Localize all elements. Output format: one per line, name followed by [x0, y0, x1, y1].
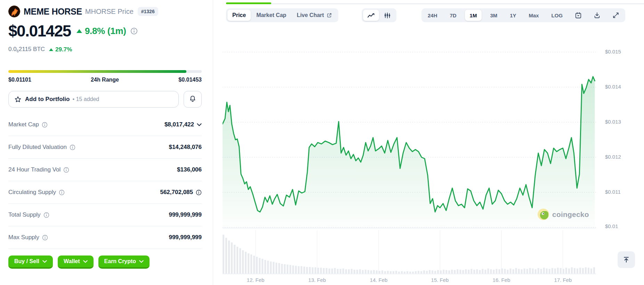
info-icon[interactable]: [63, 167, 69, 173]
add-to-portfolio-button[interactable]: Add to Portfolio • 15 added: [8, 91, 179, 108]
range-labels: $0.01101 24h Range $0.01453: [8, 77, 202, 83]
range-bar-track: [8, 70, 202, 73]
stats-table: Market Cap $8,017,422 Fully Diluted Valu…: [8, 114, 202, 249]
watermark-text: coingecko: [552, 210, 589, 219]
cta-row: Buy / Sell Wallet Earn Crypto: [8, 255, 202, 269]
portfolio-label: Add to Portfolio: [25, 96, 70, 103]
range-max[interactable]: Max: [524, 10, 543, 21]
stat-label: Market Cap: [8, 121, 39, 128]
coin-header: MEME HORSE MHORSE Price #1326: [8, 6, 202, 17]
y-axis-label: $0.011: [605, 189, 636, 195]
stat-row-volume: 24 Hour Trading Vol $136,006: [8, 159, 202, 181]
range-24h[interactable]: 24H: [424, 10, 442, 21]
stat-row-total-supply: Total Supply 999,999,999: [8, 204, 202, 226]
price-info-icon[interactable]: [130, 27, 138, 35]
external-link-icon: [327, 12, 332, 18]
range-1m[interactable]: 1M: [465, 10, 482, 21]
coin-logo: [8, 6, 20, 17]
y-axis-label: $0.012: [605, 154, 636, 160]
range-7d[interactable]: 7D: [445, 10, 460, 21]
up-arrow-icon: [49, 48, 53, 51]
y-axis-label: $0.014: [605, 84, 636, 90]
btc-price: 0.062115 BTC: [8, 46, 45, 53]
chart-type-toggle: [362, 8, 396, 22]
range-low: $0.01101: [8, 77, 31, 83]
info-icon[interactable]: [59, 190, 65, 195]
line-chart-icon: [367, 12, 375, 18]
x-axis-label: 13. Feb: [301, 277, 333, 283]
info-icon[interactable]: [42, 235, 48, 241]
info-icon[interactable]: [70, 144, 75, 150]
x-axis-label: 17. Feb: [547, 277, 579, 283]
coingecko-watermark: coingecko: [538, 209, 589, 220]
panel-divider: [213, 0, 213, 285]
coin-detail-page: MEME HORSE MHORSE Price #1326 $0.01425 9…: [0, 0, 644, 285]
earn-crypto-button[interactable]: Earn Crypto: [98, 255, 150, 269]
coin-summary-panel: MEME HORSE MHORSE Price #1326 $0.01425 9…: [8, 0, 202, 269]
up-arrow-icon: [77, 29, 82, 33]
stat-row-circulating-supply: Circulating Supply 562,702,085: [8, 181, 202, 204]
stat-value: $14,248,076: [169, 144, 202, 151]
y-axis-label: $0.01: [605, 223, 636, 229]
download-icon: [594, 12, 601, 19]
portfolio-added-count: • 15 added: [72, 96, 99, 102]
stat-row-market-cap: Market Cap $8,017,422: [8, 114, 202, 136]
expand-icon: [612, 12, 619, 19]
price-change-percent: 9.8% (1m): [85, 26, 126, 36]
stat-row-max-supply: Max Supply 999,999,999: [8, 226, 202, 249]
portfolio-row: Add to Portfolio • 15 added: [8, 91, 202, 108]
coin-rank-badge: #1326: [138, 7, 158, 16]
wallet-button[interactable]: Wallet: [58, 255, 94, 269]
range-1y[interactable]: 1Y: [506, 10, 520, 21]
stat-value: 999,999,999: [169, 211, 202, 218]
price-alert-button[interactable]: [184, 91, 202, 108]
scroll-to-top-button[interactable]: [618, 251, 635, 268]
range-title: 24h Range: [91, 77, 119, 83]
stat-value: 562,702,085: [160, 189, 193, 196]
current-price: $0.01425: [8, 22, 71, 40]
chevron-down-icon: [139, 260, 144, 263]
stat-label: Total Supply: [8, 211, 41, 218]
chevron-down-icon: [83, 260, 88, 263]
btc-change-percent: 29.7%: [55, 46, 72, 53]
buy-sell-button[interactable]: Buy / Sell: [8, 255, 53, 269]
tab-market-cap[interactable]: Market Cap: [251, 10, 291, 21]
x-axis-label: 15. Feb: [424, 277, 456, 283]
info-icon[interactable]: [42, 122, 48, 128]
calendar-button[interactable]: [571, 10, 586, 21]
calendar-icon: [575, 12, 582, 19]
line-chart-toggle[interactable]: [363, 10, 379, 21]
y-axis-label: $0.015: [605, 49, 636, 55]
fullscreen-button[interactable]: [609, 10, 623, 21]
candlestick-chart-toggle[interactable]: [380, 10, 395, 21]
stat-label: Max Supply: [8, 234, 39, 241]
gecko-icon: [538, 209, 549, 220]
stat-label: Fully Diluted Valuation: [8, 144, 67, 151]
stat-value: 999,999,999: [169, 234, 202, 241]
info-icon[interactable]: [43, 212, 49, 218]
x-axis-label: 14. Feb: [363, 277, 394, 283]
tab-live-chart[interactable]: Live Chart: [292, 10, 337, 21]
chevron-down-icon: [42, 260, 47, 263]
chevron-down-icon[interactable]: [197, 123, 202, 126]
tab-price[interactable]: Price: [227, 10, 251, 21]
price-chart[interactable]: [223, 31, 596, 276]
star-icon: [14, 96, 22, 103]
y-axis-label: $0.013: [605, 119, 636, 125]
download-button[interactable]: [590, 10, 604, 21]
chart-metric-tabs: Price Market Cap Live Chart: [226, 8, 338, 22]
coin-name: MEME HORSE: [24, 7, 82, 17]
stat-row-fdv: Fully Diluted Valuation $14,248,076: [8, 136, 202, 159]
range-bar-fill: [8, 70, 186, 73]
stat-value: $136,006: [177, 166, 202, 173]
info-icon[interactable]: [196, 190, 202, 195]
x-axis-label: 16. Feb: [486, 277, 517, 283]
price-row: $0.01425 9.8% (1m): [8, 22, 202, 40]
stat-value: $8,017,422: [164, 121, 194, 128]
tab-bar-hairline: [271, 3, 644, 4]
time-range-bar: 24H 7D 1M 3M 1Y Max LOG: [421, 8, 625, 22]
range-3m[interactable]: 3M: [486, 10, 501, 21]
log-scale-toggle[interactable]: LOG: [547, 10, 567, 21]
x-axis-label: 12. Feb: [240, 277, 271, 283]
coin-symbol-price-label: MHORSE Price: [85, 8, 134, 16]
